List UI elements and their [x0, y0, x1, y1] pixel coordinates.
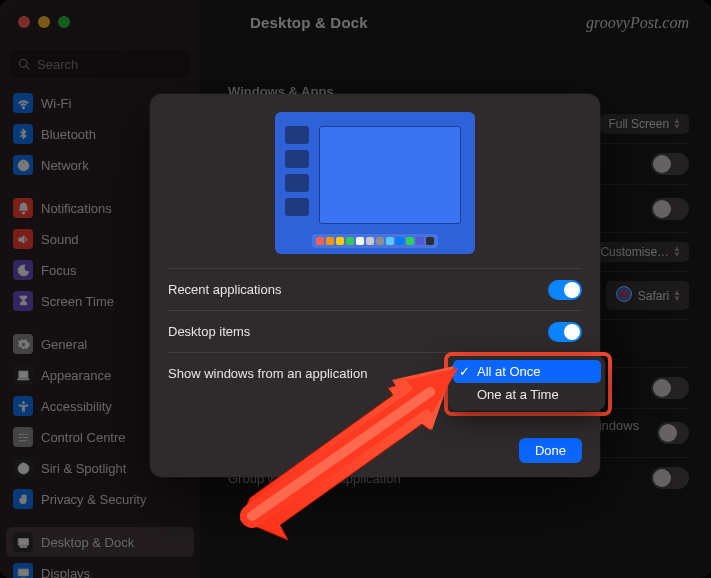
popup-option-label: One at a Time	[477, 387, 559, 402]
bluetooth-icon	[13, 124, 33, 144]
speaker-icon	[13, 229, 33, 249]
popup-option[interactable]: ✓All at Once	[453, 360, 601, 383]
chevron-updown-icon: ▲▼	[673, 290, 681, 302]
check-icon: ✓	[457, 364, 471, 379]
select-value: Full Screen	[608, 117, 669, 131]
toggle[interactable]	[651, 467, 689, 489]
page-title: Desktop & Dock	[250, 14, 368, 31]
sidebar-item-label: Accessibility	[41, 399, 112, 414]
sidebar-item-desktop-dock[interactable]: Desktop & Dock	[6, 527, 194, 557]
select-value: Customise…	[600, 245, 669, 259]
hourglass-icon	[13, 291, 33, 311]
sidebar-item-privacy-security[interactable]: Privacy & Security	[6, 484, 194, 514]
sidebar-item-label: Appearance	[41, 368, 111, 383]
bell-icon	[13, 198, 33, 218]
search-icon	[18, 58, 31, 71]
toggle[interactable]	[548, 322, 582, 342]
sheet-row-label: Recent applications	[168, 282, 281, 297]
safari-icon	[614, 284, 634, 307]
sliders-icon	[13, 427, 33, 447]
select-pill[interactable]: Safari▲▼	[606, 281, 689, 310]
siri-icon	[13, 458, 33, 478]
dock-icon	[13, 532, 33, 552]
popup-option[interactable]: One at a Time	[453, 383, 601, 406]
sidebar-item-label: Sound	[41, 232, 79, 247]
sheet-row-label: Show windows from an application	[168, 366, 367, 381]
accessibility-icon	[13, 396, 33, 416]
sidebar-item-label: Bluetooth	[41, 127, 96, 142]
toggle[interactable]	[548, 280, 582, 300]
sidebar-item-label: Desktop & Dock	[41, 535, 134, 550]
toggle[interactable]	[651, 198, 689, 220]
wifi-icon	[13, 93, 33, 113]
chevron-updown-icon: ▲▼	[673, 246, 681, 258]
select-value: Safari	[638, 289, 669, 303]
search-input[interactable]: Search	[10, 50, 190, 78]
sheet-row-label: Desktop items	[168, 324, 250, 339]
gear-icon	[13, 334, 33, 354]
toggle[interactable]	[651, 153, 689, 175]
sheet-row: Recent applications	[168, 268, 582, 310]
sidebar-item-displays[interactable]: Displays	[6, 558, 194, 578]
toggle[interactable]	[651, 377, 689, 399]
sidebar-item-label: Network	[41, 158, 89, 173]
search-placeholder: Search	[37, 57, 78, 72]
select-pill[interactable]: Full Screen▲▼	[600, 114, 689, 134]
network-icon	[13, 155, 33, 175]
sheet-row: Desktop items	[168, 310, 582, 352]
sidebar-item-label: Focus	[41, 263, 76, 278]
done-button[interactable]: Done	[519, 438, 582, 463]
sidebar-item-label: Privacy & Security	[41, 492, 146, 507]
settings-window: Search Wi-FiBluetoothNetworkNotification…	[0, 0, 711, 578]
watermark: groovyPost.com	[586, 14, 689, 32]
sidebar-item-label: Notifications	[41, 201, 112, 216]
sidebar-item-label: Displays	[41, 566, 90, 579]
customise-button[interactable]: Customise…▲▼	[592, 242, 689, 262]
titlebar: Desktop & Dock groovyPost.com	[0, 0, 711, 50]
chevron-updown-icon: ▲▼	[673, 118, 681, 130]
moon-icon	[13, 260, 33, 280]
show-windows-popup[interactable]: ✓All at OnceOne at a Time	[449, 356, 605, 410]
sidebar-item-label: Siri & Spotlight	[41, 461, 126, 476]
sidebar-item-label: General	[41, 337, 87, 352]
toggle[interactable]	[657, 422, 689, 444]
display-icon	[13, 563, 33, 578]
appearance-icon	[13, 365, 33, 385]
sidebar-item-label: Control Centre	[41, 430, 126, 445]
customise-sheet: Recent applicationsDesktop itemsShow win…	[150, 94, 600, 477]
sidebar-item-label: Wi-Fi	[41, 96, 71, 111]
popup-option-label: All at Once	[477, 364, 541, 379]
stage-manager-preview	[275, 112, 475, 254]
sidebar-item-label: Screen Time	[41, 294, 114, 309]
hand-icon	[13, 489, 33, 509]
